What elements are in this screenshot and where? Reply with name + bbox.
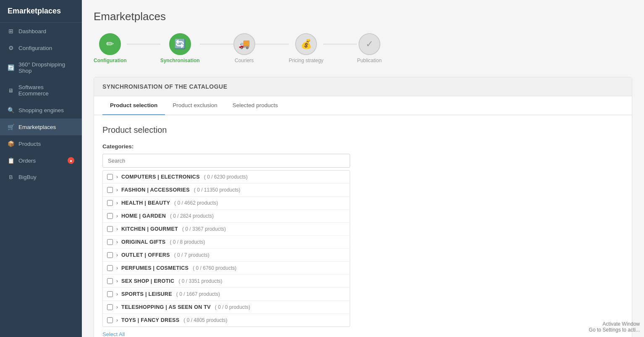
category-count: ( 0 / 0 products) xyxy=(215,304,250,310)
category-expand-arrow[interactable]: › xyxy=(115,187,119,193)
softwares-ecommerce-icon: 🖥 xyxy=(8,87,14,94)
category-expand-arrow[interactable]: › xyxy=(115,174,119,180)
category-checkbox[interactable] xyxy=(107,291,113,297)
wizard-step-synchronisation[interactable]: 🔄 Synchronisation xyxy=(160,33,200,63)
sidebar-item-label: Dashboard xyxy=(18,28,46,34)
couriers-step-label: Couriers xyxy=(235,58,254,63)
wizard-steps: ✏ Configuration 🔄 Synchronisation 🚚 Cour… xyxy=(94,33,632,63)
content-area: Product selection Categories: › COMPUTER… xyxy=(94,115,632,337)
page-title: Emarketplaces xyxy=(94,10,632,23)
pricing-strategy-step-label: Pricing strategy xyxy=(289,58,324,63)
category-checkbox[interactable] xyxy=(107,174,113,180)
configuration-icon: ⚙ xyxy=(8,45,14,51)
sidebar-item-label: 360° Dropshipping Shop xyxy=(18,61,74,74)
category-row: › TELESHOPPING | AS SEEN ON TV ( 0 / 0 p… xyxy=(103,301,350,314)
category-name: FASHION | ACCESSORIES xyxy=(121,187,190,193)
category-checkbox[interactable] xyxy=(107,213,113,219)
category-expand-arrow[interactable]: › xyxy=(115,304,119,310)
category-checkbox[interactable] xyxy=(107,226,113,232)
products-icon: 📦 xyxy=(8,140,14,147)
dashboard-icon: ⊞ xyxy=(8,28,14,34)
category-expand-arrow[interactable]: › xyxy=(115,317,119,323)
sidebar-item-softwares-ecommerce[interactable]: 🖥 Softwares Ecommerce xyxy=(0,79,82,102)
orders-badge: ● xyxy=(68,157,74,164)
tab-product-selection[interactable]: Product selection xyxy=(102,96,165,115)
category-count: ( 0 / 1667 products) xyxy=(176,291,220,297)
category-expand-arrow[interactable]: › xyxy=(115,226,119,232)
sidebar-item-dashboard[interactable]: ⊞ Dashboard xyxy=(0,23,82,39)
sidebar-item-label: Shopping engines xyxy=(18,107,64,113)
wizard-step-pricing-strategy[interactable]: 💰 Pricing strategy xyxy=(289,33,324,63)
sidebar-item-bigbuy[interactable]: B BigBuy xyxy=(0,169,82,185)
category-name: COMPUTERS | ELECTRONICS xyxy=(121,174,200,180)
category-row: › TOYS | FANCY DRESS ( 0 / 4805 products… xyxy=(103,314,350,326)
sidebar-item-products[interactable]: 📦 Products xyxy=(0,135,82,152)
category-checkbox[interactable] xyxy=(107,278,113,284)
category-name: ORIGINAL GIFTS xyxy=(121,239,165,245)
select-all-link[interactable]: Select All xyxy=(102,331,125,337)
tab-product-exclusion[interactable]: Product exclusion xyxy=(165,96,225,115)
publication-step-label: Publication xyxy=(357,58,382,63)
category-count: ( 0 / 8 products) xyxy=(170,239,205,245)
category-checkbox[interactable] xyxy=(107,239,113,245)
sync-section: SYNCHRONISATION OF THE CATALOGUE Product… xyxy=(94,77,632,337)
category-expand-arrow[interactable]: › xyxy=(115,200,119,206)
category-checkbox[interactable] xyxy=(107,252,113,258)
category-count: ( 0 / 3367 products) xyxy=(182,226,226,232)
category-row: › FASHION | ACCESSORIES ( 0 / 11350 prod… xyxy=(103,184,350,197)
category-list: › COMPUTERS | ELECTRONICS ( 0 / 6230 pro… xyxy=(102,170,350,327)
category-count: ( 0 / 7 products) xyxy=(174,252,209,258)
category-checkbox[interactable] xyxy=(107,317,113,323)
category-count: ( 0 / 11350 products) xyxy=(194,187,241,193)
configuration-step-label: Configuration xyxy=(94,58,127,63)
category-checkbox[interactable] xyxy=(107,187,113,193)
category-checkbox[interactable] xyxy=(107,265,113,271)
category-row: › COMPUTERS | ELECTRONICS ( 0 / 6230 pro… xyxy=(103,171,350,184)
category-row: › PERFUMES | COSMETICS ( 0 / 6760 produc… xyxy=(103,262,350,275)
emarketplaces-icon: 🛒 xyxy=(8,124,14,130)
product-selection-title: Product selection xyxy=(102,125,623,135)
categories-label: Categories: xyxy=(102,143,623,150)
category-name: HEALTH | BEAUTY xyxy=(121,200,170,206)
category-expand-arrow[interactable]: › xyxy=(115,239,119,245)
category-checkbox[interactable] xyxy=(107,304,113,310)
sidebar-item-label: Orders xyxy=(18,158,36,164)
category-expand-arrow[interactable]: › xyxy=(115,278,119,284)
tab-selected-products[interactable]: Selected products xyxy=(225,96,285,115)
category-name: PERFUMES | COSMETICS xyxy=(121,265,188,271)
sidebar-item-label: BigBuy xyxy=(18,174,37,180)
wizard-connector-2 xyxy=(255,44,289,45)
pricing-strategy-step-icon: 💰 xyxy=(295,33,317,55)
tabs-container: Product selectionProduct exclusionSelect… xyxy=(94,96,632,115)
sidebar-item-dropshipping-shop[interactable]: 🔄 360° Dropshipping Shop xyxy=(0,56,82,79)
wizard-step-publication[interactable]: ✓ Publication xyxy=(357,33,382,63)
category-name: TOYS | FANCY DRESS xyxy=(121,317,179,323)
sidebar-item-label: Softwares Ecommerce xyxy=(18,84,74,97)
category-count: ( 0 / 4662 products) xyxy=(174,200,218,206)
category-count: ( 0 / 4805 products) xyxy=(183,317,227,323)
app-logo: Emarketplaces xyxy=(0,0,82,23)
sidebar-item-orders[interactable]: 📋 Orders ● xyxy=(0,152,82,169)
shopping-engines-icon: 🔍 xyxy=(8,107,14,113)
watermark: Activate Window Go to Settings to acti..… xyxy=(589,321,640,333)
wizard-connector-3 xyxy=(323,44,357,45)
sidebar-item-configuration[interactable]: ⚙ Configuration xyxy=(0,39,82,56)
category-name: TELESHOPPING | AS SEEN ON TV xyxy=(121,304,211,310)
app-title: Emarketplaces xyxy=(8,7,61,15)
category-expand-arrow[interactable]: › xyxy=(115,213,119,219)
sidebar-item-shopping-engines[interactable]: 🔍 Shopping engines xyxy=(0,102,82,118)
orders-icon: 📋 xyxy=(8,157,14,164)
wizard-step-configuration[interactable]: ✏ Configuration xyxy=(94,33,127,63)
categories-search-input[interactable] xyxy=(102,154,350,168)
category-name: HOME | GARDEN xyxy=(121,213,166,219)
category-row: › HEALTH | BEAUTY ( 0 / 4662 products) xyxy=(103,197,350,210)
sidebar-item-emarketplaces[interactable]: 🛒 Emarketplaces xyxy=(0,118,82,135)
category-checkbox[interactable] xyxy=(107,200,113,206)
category-row: › OUTLET | OFFERS ( 0 / 7 products) xyxy=(103,249,350,262)
category-expand-arrow[interactable]: › xyxy=(115,291,119,297)
category-expand-arrow[interactable]: › xyxy=(115,252,119,258)
wizard-step-couriers[interactable]: 🚚 Couriers xyxy=(233,33,255,63)
section-header: SYNCHRONISATION OF THE CATALOGUE xyxy=(94,77,632,96)
category-count: ( 0 / 2824 products) xyxy=(170,213,214,219)
category-expand-arrow[interactable]: › xyxy=(115,265,119,271)
